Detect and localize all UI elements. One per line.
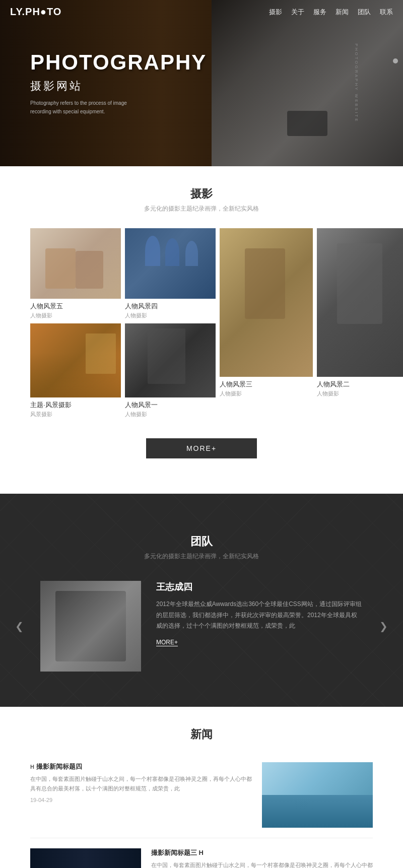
team-member-desc: 2012年全球最然众威Awwards选出360个全球最佳CSS网站，通过国际评审… — [156, 599, 363, 632]
news-image-1 — [262, 762, 373, 828]
photo-item-2[interactable]: 人物风景二 人物摄影 — [317, 228, 403, 418]
hero-subtitle: 摄影网站 — [30, 79, 207, 94]
news-desc-1: 在中国，每套素面图片触碰于山水之间，每一个村寨都像是召唤神灵之圈，再每个人心中都… — [30, 774, 252, 793]
news-image-2 — [30, 848, 141, 868]
hero-section: PHOTOGRAPHY 摄影网站 Photography refers to t… — [0, 0, 403, 166]
photo-sub-3: 人物摄影 — [220, 390, 313, 397]
news-text-1: H 撮影新闻标题四 在中国，每套素面图片触碰于山水之间，每一个村寨都像是召唤神灵… — [30, 762, 252, 803]
team-section: 团队 多元化的摄影主题纪录画弹，全新纪实风格 ❮ 王志成四 2012年全球最然众… — [0, 494, 403, 707]
news-text-2: 撮影新闻标题三 H 在中国，每套素面图片触碰于山水之间，每一个村寨都像是召唤神灵… — [151, 848, 373, 868]
photo-sub-2: 人物摄影 — [317, 390, 403, 397]
team-more-button[interactable]: MORE+ — [156, 639, 178, 646]
photography-more-wrap: MORE+ — [0, 428, 403, 479]
photo-sub-4: 人物摄影 — [125, 312, 216, 319]
photography-header: 摄影 多元化的摄影主题纪录画弹，全新纪实风格 — [0, 166, 403, 223]
photo-label-4: 人物风景四 — [125, 302, 216, 311]
team-sub: 多元化的摄影主题纪录画弹，全新纪实风格 — [0, 552, 403, 561]
photography-sub: 多元化的摄影主题纪录画弹，全新纪实风格 — [0, 205, 403, 213]
news-tag-1: H 撮影新闻标题四 — [30, 762, 252, 771]
hero-title: PHOTOGRAPHY — [30, 50, 207, 75]
nav-team[interactable]: 团队 — [358, 8, 371, 17]
nav-news[interactable]: 新闻 — [335, 8, 349, 17]
photo-item-landscape[interactable]: 主题·风景摄影 风景摄影 — [30, 323, 121, 418]
photo-sub-5: 人物摄影 — [30, 312, 121, 319]
photo-item-4[interactable]: 人物风景四 人物摄影 — [125, 228, 216, 319]
news-section: 新闻 H 撮影新闻标题四 在中国，每套素面图片触碰于山水之间，每一个村寨都像是召… — [0, 707, 403, 868]
team-header: 团队 多元化的摄影主题纪录画弹，全新纪实风格 — [0, 514, 403, 571]
photo-grid: 人物风景五 人物摄影 人物风景四 人物摄影 人物风景三 人物摄影 — [0, 223, 403, 428]
photo-item-5[interactable]: 人物风景五 人物摄影 — [30, 228, 121, 319]
navigation: LY.PH●TO 摄影 关于 服务 新闻 团队 联系 — [0, 0, 403, 24]
photo-label-3: 人物风景三 — [220, 380, 313, 389]
hero-desc: Photography refers to the process of ima… — [30, 99, 131, 116]
site-logo[interactable]: LY.PH●TO — [10, 6, 61, 18]
news-tag-2: 撮影新闻标题三 H — [151, 848, 373, 857]
nav-service[interactable]: 服务 — [313, 8, 326, 17]
news-date-1: 19-04-29 — [30, 797, 252, 803]
team-photo — [40, 581, 141, 672]
news-item-1: H 撮影新闻标题四 在中国，每套素面图片触碰于山水之间，每一个村寨都像是召唤神灵… — [30, 752, 373, 838]
photo-label-1: 人物风景一 — [125, 400, 216, 410]
news-desc-2: 在中国，每套素面图片触碰于山水之间，每一个村寨都像是召唤神灵之圈，再每个人心中都… — [151, 860, 373, 868]
photo-sub-landscape: 风景摄影 — [30, 411, 121, 418]
photo-label-5: 人物风景五 — [30, 302, 121, 311]
news-title: 新闻 — [0, 727, 403, 742]
team-title: 团队 — [0, 534, 403, 549]
photography-more-button[interactable]: MORE+ — [146, 438, 257, 458]
photo-label-2: 人物风景二 — [317, 380, 403, 389]
hero-side-text: PHOTOGRAPHY WEBSITE — [354, 43, 359, 122]
team-card: ❮ 王志成四 2012年全球最然众威Awwards选出360个全球最佳CSS网站… — [0, 571, 403, 682]
nav-about[interactable]: 关于 — [291, 8, 304, 17]
photo-item-3[interactable]: 人物风景三 人物摄影 — [220, 228, 313, 418]
team-info: 王志成四 2012年全球最然众威Awwards选出360个全球最佳CSS网站，通… — [156, 581, 363, 646]
photography-title: 摄影 — [0, 186, 403, 202]
hero-dot — [393, 58, 398, 63]
nav-links: 摄影 关于 服务 新闻 团队 联系 — [269, 8, 393, 17]
nav-contact[interactable]: 联系 — [380, 8, 393, 17]
photo-label-landscape: 主题·风景摄影 — [30, 400, 121, 410]
news-list: H 撮影新闻标题四 在中国，每套素面图片触碰于山水之间，每一个村寨都像是召唤神灵… — [0, 752, 403, 868]
news-item-2: 撮影新闻标题三 H 在中国，每套素面图片触碰于山水之间，每一个村寨都像是召唤神灵… — [30, 838, 373, 868]
photo-item-1[interactable]: 人物风景一 人物摄影 — [125, 323, 216, 418]
team-member-name: 王志成四 — [156, 581, 363, 593]
photography-section: 摄影 多元化的摄影主题纪录画弹，全新纪实风格 人物风景五 人物摄影 — [0, 166, 403, 494]
news-icon-1: H — [30, 764, 34, 770]
carousel-prev[interactable]: ❮ — [15, 620, 24, 632]
nav-photography[interactable]: 摄影 — [269, 8, 282, 17]
news-header: 新闻 — [0, 707, 403, 752]
photo-sub-1: 人物摄影 — [125, 411, 216, 418]
carousel-next[interactable]: ❯ — [379, 620, 388, 632]
